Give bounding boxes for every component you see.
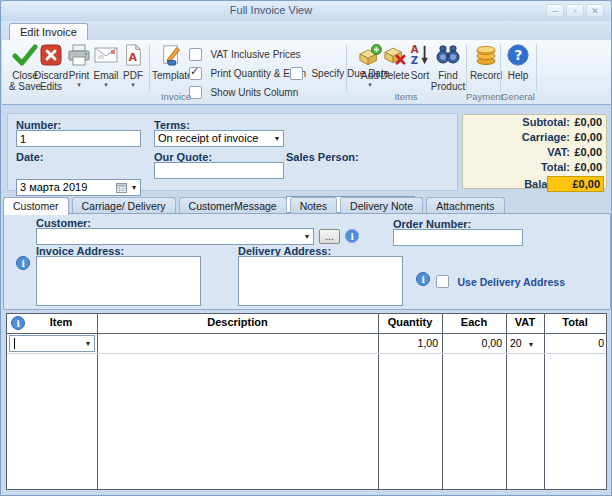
button-label: PDF	[115, 70, 151, 81]
svg-text:i: i	[350, 232, 354, 242]
header-each: Each	[442, 316, 506, 328]
sort-az-icon: A Z	[409, 44, 431, 66]
totals-panel: Subtotal: £0,00 Carriage: £0,00 VAT: £0,…	[462, 114, 607, 189]
checkbox-box	[436, 275, 449, 288]
item-combobox[interactable]: ▾	[9, 335, 95, 352]
ribbon-tab-strip: Edit Invoice	[1, 21, 611, 40]
button-label: Help	[501, 70, 535, 81]
vat-rate-value: 20	[510, 337, 522, 349]
browse-customer-button[interactable]: ...	[319, 229, 340, 244]
svg-text:i: i	[21, 259, 25, 269]
checkbox-label: VAT Inclusive Prices	[210, 49, 300, 60]
chevron-down-icon: ▾	[132, 183, 136, 192]
checkbox-print-quantity-each[interactable]: Print Quantity & Each	[189, 64, 306, 77]
svg-text:?: ?	[514, 47, 522, 63]
number-input[interactable]	[16, 130, 141, 147]
help-question-icon: ?	[507, 44, 529, 66]
button-label: Find	[430, 70, 466, 81]
balance-value: £0,00	[547, 176, 604, 192]
ribbon-separator	[466, 44, 467, 92]
carriage-row: Carriage: £0,00	[463, 131, 606, 145]
row-divider	[7, 353, 606, 354]
sales-person-label: Sales Person:	[286, 151, 359, 163]
checkbox-box	[290, 67, 303, 80]
header-item: Item	[25, 316, 97, 328]
checkbox-use-delivery-address[interactable]: Use Delivery Address	[436, 272, 565, 290]
header-quantity: Quantity	[378, 316, 442, 328]
minimize-icon[interactable]: –	[546, 4, 564, 17]
terms-dropdown[interactable]: On receipt of invoice ▾	[154, 130, 284, 147]
subtotal-label: Subtotal:	[522, 116, 570, 128]
vat-value: £0,00	[574, 146, 602, 158]
info-icon[interactable]: i	[416, 272, 430, 286]
header-total: Total	[544, 316, 606, 328]
delivery-address-textarea[interactable]	[238, 256, 403, 306]
tab-delivery-note[interactable]: Delivery Note	[340, 197, 423, 214]
binoculars-icon	[436, 44, 460, 66]
checkbox-vat-inclusive-prices[interactable]: VAT Inclusive Prices	[189, 45, 300, 58]
header-vat: VAT	[506, 316, 544, 328]
total-label: Total:	[541, 161, 570, 173]
group-label-general: General	[500, 91, 536, 102]
window-title: Full Invoice View	[1, 4, 541, 16]
svg-text:Z: Z	[411, 55, 418, 66]
title-bar: Full Invoice View – ▫ ✕	[1, 1, 611, 21]
invoice-address-textarea[interactable]	[36, 256, 201, 306]
date-value: 3 марта 2019	[20, 181, 87, 193]
order-number-input[interactable]	[393, 229, 523, 246]
tab-notes[interactable]: Notes	[290, 197, 337, 214]
svg-text:i: i	[16, 319, 20, 329]
cell-each[interactable]: 0,00	[442, 337, 502, 349]
cell-vat-dropdown[interactable]: 20 ▾	[510, 337, 538, 352]
svg-text:i: i	[421, 275, 425, 285]
ribbon-separator	[536, 44, 537, 92]
cell-quantity[interactable]: 1,00	[378, 337, 438, 349]
group-label-payment: Payment	[466, 91, 500, 102]
svg-text:A: A	[411, 44, 419, 55]
table-header-row: i Item Description Quantity Each VAT Tot…	[7, 314, 606, 334]
button-label: Record	[468, 70, 504, 81]
group-label-invoice: Invoice	[6, 91, 346, 102]
calendar-icon	[116, 182, 127, 193]
maximize-icon[interactable]: ▫	[566, 4, 584, 17]
info-icon[interactable]: i	[345, 229, 359, 243]
tab-customer-message[interactable]: CustomerMessage	[179, 197, 287, 214]
chevron-down-icon: ▾	[525, 338, 538, 352]
svg-text:A: A	[128, 51, 137, 64]
vat-label: VAT:	[547, 146, 570, 158]
total-row: Total: £0,00	[463, 161, 606, 175]
customer-tab-panel: Customer: ▾ ... i Order Number: i Invoic…	[3, 213, 611, 310]
ribbon-separator	[149, 44, 150, 92]
tab-carriage-delivery[interactable]: Carriage/ Delivery	[72, 197, 176, 214]
text-cursor	[14, 338, 15, 349]
customer-dropdown[interactable]: ▾	[36, 228, 314, 245]
carriage-value: £0,00	[574, 131, 602, 143]
tab-attachments[interactable]: Attachments	[426, 197, 504, 214]
total-value: £0,00	[574, 161, 602, 173]
button-label: Template	[152, 70, 190, 81]
info-icon[interactable]: i	[16, 256, 30, 270]
subtotal-value: £0,00	[574, 116, 602, 128]
red-x-icon	[40, 44, 62, 66]
date-label: Date:	[16, 151, 44, 163]
dropdown-arrow-icon: ▾	[115, 81, 151, 89]
our-quote-input[interactable]	[154, 162, 284, 179]
template-pencil-icon	[160, 44, 182, 66]
tab-customer[interactable]: Customer	[3, 197, 69, 215]
detail-tabs: Customer Carriage/ Delivery CustomerMess…	[3, 197, 505, 213]
full-invoice-window: Full Invoice View – ▫ ✕ Edit Invoice Clo…	[0, 0, 612, 496]
vat-row: VAT: £0,00	[463, 146, 606, 160]
header-description: Description	[97, 316, 378, 328]
cell-total[interactable]: 0	[544, 337, 604, 349]
group-label-items: Items	[346, 91, 466, 102]
chevron-down-icon: ▾	[305, 232, 309, 241]
pdf-document-icon: A	[123, 44, 143, 66]
date-picker[interactable]: 3 марта 2019 ▾	[16, 179, 141, 196]
column-divider	[506, 314, 507, 489]
close-icon[interactable]: ✕	[586, 4, 604, 17]
terms-value: On receipt of invoice	[158, 132, 258, 144]
column-divider	[97, 314, 98, 489]
balance-row: Balance: £0,00	[463, 178, 606, 192]
info-icon[interactable]: i	[11, 316, 25, 330]
subtotal-row: Subtotal: £0,00	[463, 116, 606, 130]
